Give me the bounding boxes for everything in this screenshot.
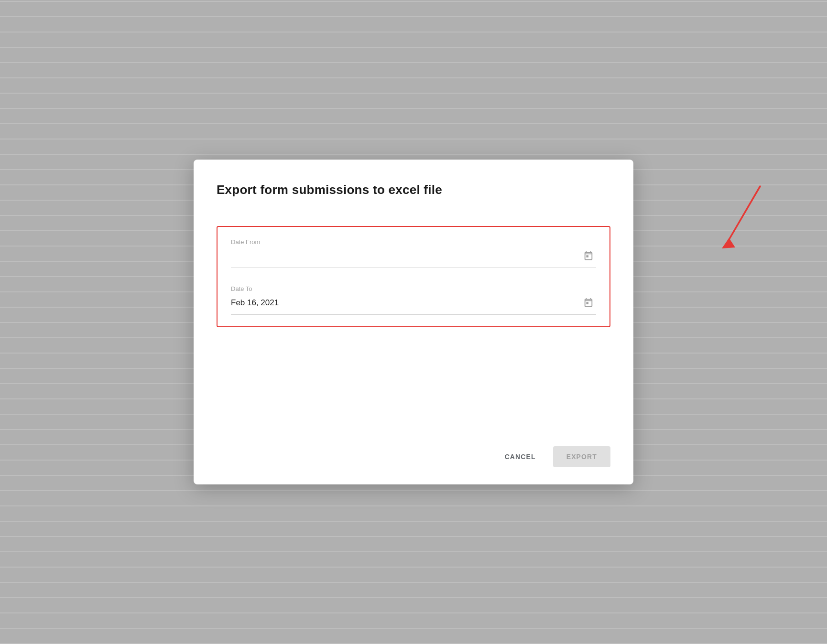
export-dialog: Export form submissions to excel file Da… — [194, 160, 633, 484]
date-from-field: Date From — [231, 238, 596, 268]
date-from-row — [231, 248, 596, 268]
cancel-button[interactable]: CANCEL — [491, 446, 549, 467]
date-fields-container: Date From Date To Feb 16, 2021 — [217, 226, 610, 327]
annotation-arrow — [712, 182, 770, 260]
date-to-value: Feb 16, 2021 — [231, 298, 279, 308]
svg-line-0 — [727, 186, 760, 244]
dialog-actions: CANCEL EXPORT — [217, 446, 610, 467]
svg-marker-1 — [722, 238, 735, 248]
date-to-row: Feb 16, 2021 — [231, 295, 596, 315]
dialog-title: Export form submissions to excel file — [217, 182, 610, 197]
date-from-label: Date From — [231, 238, 596, 246]
date-to-field: Date To Feb 16, 2021 — [231, 285, 596, 315]
date-to-label: Date To — [231, 285, 596, 292]
export-button[interactable]: EXPORT — [553, 446, 610, 467]
date-spacer — [231, 270, 596, 285]
date-from-calendar-button[interactable] — [581, 248, 596, 264]
date-to-calendar-button[interactable] — [581, 295, 596, 311]
